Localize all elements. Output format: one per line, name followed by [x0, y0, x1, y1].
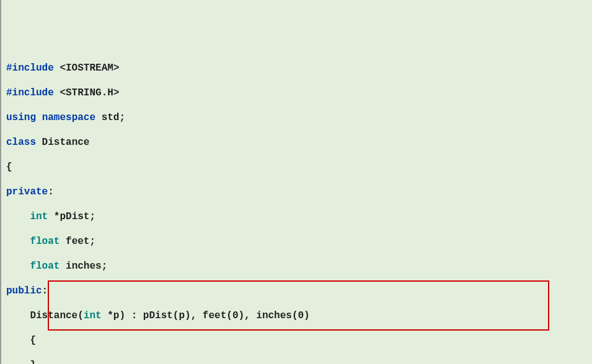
- token: inches;: [60, 261, 107, 272]
- token: Distance: [36, 137, 89, 148]
- code-line: }: [6, 359, 587, 364]
- token: Distance(: [6, 310, 84, 321]
- token: <IOSTREAM>: [54, 63, 120, 74]
- keyword: public: [6, 285, 42, 297]
- type: float: [30, 261, 60, 272]
- token: feet;: [60, 236, 95, 247]
- keyword: class: [6, 137, 36, 148]
- type: float: [30, 236, 60, 247]
- token: std;: [95, 112, 125, 123]
- token: {: [6, 162, 12, 173]
- token: :: [42, 285, 48, 297]
- code-line: private:: [6, 186, 587, 198]
- code-line: float inches;: [6, 260, 587, 272]
- token: *p) : pDist(p), feet(0), inches(0): [102, 310, 310, 321]
- code-line: float feet;: [6, 235, 587, 248]
- indent: [6, 211, 30, 222]
- code-line: Distance(int *p) : pDist(p), feet(0), in…: [6, 310, 587, 322]
- token: :: [48, 186, 54, 197]
- indent: [6, 236, 30, 247]
- code-line: #include <STRING.H>: [6, 87, 587, 99]
- keyword: namespace: [42, 112, 95, 123]
- token: [36, 112, 42, 123]
- token: *pDist;: [48, 211, 95, 222]
- type: int: [30, 211, 48, 222]
- indent: [6, 261, 30, 272]
- token: <STRING.H>: [54, 87, 120, 98]
- token: }: [6, 360, 36, 364]
- token: {: [6, 335, 36, 346]
- code-line: int *pDist;: [6, 210, 587, 223]
- code-line: {: [6, 161, 587, 173]
- code-line: public:: [6, 285, 587, 297]
- preproc: #include: [6, 87, 54, 98]
- type: int: [84, 310, 102, 321]
- code-line: #include <IOSTREAM>: [6, 62, 587, 74]
- code-line: {: [6, 334, 587, 347]
- code-line: class Distance: [6, 136, 587, 149]
- code-viewer: #include <IOSTREAM> #include <STRING.H> …: [1, 50, 592, 364]
- preproc: #include: [6, 63, 54, 74]
- keyword: using: [6, 112, 36, 123]
- code-line: using namespace std;: [6, 111, 587, 124]
- keyword: private: [6, 186, 48, 197]
